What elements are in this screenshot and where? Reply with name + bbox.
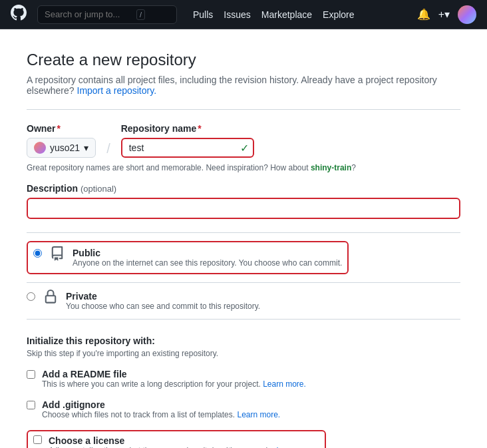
readme-label: Add a README file: [42, 369, 306, 379]
private-desc: You choose who can see and commit to thi…: [66, 302, 260, 311]
gitignore-option: Add .gitignore Choose which files not to…: [27, 399, 460, 419]
public-desc: Anyone on the internet can see this repo…: [73, 258, 342, 268]
checkmark-icon: ✓: [240, 142, 249, 154]
gitignore-checkbox[interactable]: [27, 401, 35, 409]
public-radio[interactable]: [33, 249, 42, 258]
page-subtitle: A repository contains all project files,…: [27, 75, 460, 96]
owner-avatar: [34, 142, 46, 154]
owner-repo-row: Owner* yuso21 ▾ / Repository name* ✓: [27, 123, 460, 158]
readme-desc: This is where you can write a long descr…: [42, 379, 306, 389]
avatar[interactable]: [458, 5, 476, 24]
desc-group: Description (optional): [27, 183, 460, 219]
private-content: Private You choose who can see and commi…: [66, 291, 260, 311]
owner-chevron-icon: ▾: [84, 142, 88, 153]
readme-checkbox[interactable]: [27, 370, 35, 379]
suggestion-link[interactable]: shiny-train: [311, 163, 351, 172]
github-logo-icon[interactable]: [11, 5, 27, 24]
page-title: Create a new repository: [27, 51, 460, 69]
license-box: Choose a license A license tells others …: [27, 430, 326, 448]
nav-links: Pulls Issues Marketplace Explore: [193, 9, 355, 20]
repo-name-label: Repository name*: [121, 123, 254, 134]
repo-name-wrapper: ✓: [121, 138, 254, 158]
private-option: Private You choose who can see and commi…: [27, 282, 460, 320]
init-title: Initialize this repository with:: [27, 336, 460, 346]
repo-name-required: *: [198, 123, 201, 134]
gitignore-label: Add .gitignore: [42, 399, 280, 410]
desc-label: Description (optional): [27, 183, 460, 194]
readme-option: Add a README file This is where you can …: [27, 369, 460, 389]
readme-content: Add a README file This is where you can …: [42, 369, 306, 389]
public-content: Public Anyone on the internet can see th…: [73, 248, 342, 268]
divider-1: [27, 109, 460, 110]
search-shortcut: /: [136, 9, 145, 20]
repo-name-input[interactable]: [121, 138, 254, 158]
desc-optional: (optional): [81, 184, 116, 194]
readme-learn-more[interactable]: Learn more.: [263, 379, 306, 389]
private-radio[interactable]: [27, 292, 35, 301]
hint-text: Great repository names are short and mem…: [27, 163, 460, 172]
gitignore-content: Add .gitignore Choose which files not to…: [42, 399, 280, 419]
nav-issues[interactable]: Issues: [224, 9, 250, 20]
visibility-section: Public Anyone on the internet can see th…: [27, 232, 460, 320]
slash-divider: /: [106, 141, 110, 156]
nav-marketplace[interactable]: Marketplace: [261, 9, 312, 20]
navbar: / Pulls Issues Marketplace Explore 🔔 +▾: [0, 0, 487, 29]
public-label: Public: [73, 248, 342, 258]
license-checkbox[interactable]: [33, 435, 42, 444]
nav-pulls[interactable]: Pulls: [193, 9, 213, 20]
plus-icon[interactable]: +▾: [438, 8, 450, 21]
gitignore-desc: Choose which files not to track from a l…: [42, 410, 280, 419]
license-label: Choose a license: [49, 435, 319, 446]
owner-label: Owner*: [27, 123, 96, 134]
search-input[interactable]: [45, 9, 131, 19]
public-option: Public Anyone on the internet can see th…: [27, 232, 460, 282]
nav-explore[interactable]: Explore: [323, 9, 354, 20]
init-section: Initialize this repository with: Skip th…: [27, 336, 460, 448]
description-input[interactable]: [27, 198, 460, 219]
import-link[interactable]: Import a repository.: [77, 85, 157, 96]
owner-required: *: [57, 123, 61, 134]
nav-right: 🔔 +▾: [417, 5, 476, 24]
gitignore-learn-more[interactable]: Learn more.: [237, 410, 280, 419]
public-icon: [50, 246, 65, 265]
owner-name: yuso21: [50, 142, 80, 153]
owner-selector[interactable]: yuso21 ▾: [27, 138, 96, 158]
private-label: Private: [66, 291, 260, 302]
notification-icon[interactable]: 🔔: [417, 8, 430, 21]
private-icon: [43, 290, 58, 308]
search-bar[interactable]: /: [37, 5, 177, 24]
public-option-box: Public Anyone on the internet can see th…: [27, 241, 349, 274]
main-content: Create a new repository A repository con…: [0, 29, 487, 448]
owner-group: Owner* yuso21 ▾: [27, 123, 96, 158]
license-content: Choose a license A license tells others …: [49, 435, 319, 448]
repo-name-group: Repository name* ✓: [121, 123, 254, 158]
init-desc: Skip this step if you're importing an ex…: [27, 349, 460, 358]
